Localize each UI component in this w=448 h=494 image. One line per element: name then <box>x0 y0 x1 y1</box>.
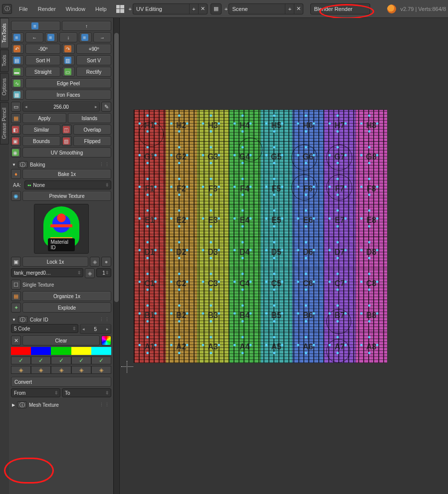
scene-add[interactable]: + <box>224 6 227 12</box>
menu-window[interactable]: Window <box>61 4 90 13</box>
render-engine-selector[interactable]: Blender Render <box>310 3 370 14</box>
size-slider[interactable]: ◂256.00▸ <box>22 102 100 112</box>
organize-ic[interactable]: ▦ <box>11 291 21 301</box>
menu-file[interactable]: File <box>14 4 33 13</box>
scene-add-btn[interactable]: + <box>285 4 294 14</box>
mesh-texture-head[interactable]: ▶ⓘMesh Texture⋮⋮ <box>11 399 111 409</box>
align-btn-2[interactable]: ≡ <box>11 32 24 42</box>
tab-grease-pencil[interactable]: Grease Pencil <box>0 102 9 145</box>
swatch-red[interactable] <box>11 347 31 355</box>
assign-2[interactable]: ✓ <box>31 356 51 364</box>
panel-scrollbar[interactable] <box>114 18 120 494</box>
flipped-ic[interactable]: ▧ <box>62 136 72 146</box>
clear-x-btn[interactable]: ✕ <box>11 335 21 345</box>
similar-ic[interactable]: ◧ <box>11 125 21 135</box>
overlap-ic[interactable]: ◫ <box>62 125 72 135</box>
sort-v-icon[interactable]: ▥ <box>62 55 75 65</box>
uv-smooth-ic[interactable]: ◉ <box>11 148 21 158</box>
color-wheel-btn[interactable] <box>101 335 111 345</box>
layout-grid-icon[interactable] <box>115 3 126 14</box>
align-up[interactable]: ↑ <box>62 21 111 31</box>
convert-to[interactable]: To <box>62 388 111 397</box>
assign-5[interactable]: ✓ <box>91 356 111 364</box>
align-btn-3[interactable]: ≡ <box>45 32 58 42</box>
rotate-neg-icon[interactable]: ↶ <box>11 44 24 54</box>
colorid-section-head[interactable]: ▼ⓘColor ID⋮⋮ <box>11 314 111 324</box>
explode-ic[interactable]: ✦ <box>11 303 21 313</box>
tab-tools[interactable]: Tools <box>0 49 9 72</box>
tab-textools[interactable]: TexTools <box>0 18 9 48</box>
uv-image-editor[interactable]: H1H2H3H4H5H6H7H8G1G2G3G4G5G6G7G8F1F2F3F4… <box>114 18 448 494</box>
iron-faces-ic[interactable]: ▦ <box>11 90 24 100</box>
lock-ic[interactable]: ▣ <box>11 257 21 267</box>
convert-btn[interactable]: Convert <box>11 377 111 387</box>
convert-from[interactable]: From <box>11 388 60 397</box>
swatch-blue[interactable] <box>31 347 51 355</box>
baking-section-head[interactable]: ▼ⓘBaking⋮⋮ <box>11 159 111 169</box>
bounds-ic[interactable]: ▣ <box>11 136 21 146</box>
size-picker-btn[interactable]: ▭ <box>11 102 21 112</box>
rotate-pos-icon[interactable]: ↷ <box>62 44 75 54</box>
menu-render[interactable]: Render <box>33 4 61 13</box>
menu-help[interactable]: Help <box>90 4 112 13</box>
layout-add-btn[interactable]: + <box>189 4 198 14</box>
bake-flame-ic[interactable]: ♦ <box>11 169 21 179</box>
bake-btn[interactable]: Bake 1x <box>22 169 111 179</box>
scene-del-btn[interactable]: ✕ <box>294 4 303 14</box>
sel-1[interactable]: ◈ <box>11 366 31 374</box>
align-left[interactable]: ← <box>25 32 43 42</box>
sort-h-icon[interactable]: ▤ <box>11 55 24 65</box>
preview-eye-ic[interactable]: ◉ <box>11 191 21 201</box>
sel-5[interactable]: ◈ <box>91 366 111 374</box>
uv-smoothing-btn[interactable]: UV Smoothing <box>22 148 111 158</box>
preview-thumbnail[interactable]: Material ID <box>34 204 89 254</box>
straight-btn[interactable]: Straight <box>25 67 60 77</box>
edge-peel-ic[interactable]: ∿ <box>11 78 24 88</box>
edge-peel-btn[interactable]: Edge Peel <box>25 78 111 88</box>
sel-4[interactable]: ◈ <box>71 366 91 374</box>
layout-del-btn[interactable]: ✕ <box>198 4 207 14</box>
swatch-cyan[interactable] <box>91 347 111 355</box>
apply-icon[interactable]: ▦ <box>11 113 21 123</box>
sel-3[interactable]: ◈ <box>51 366 71 374</box>
sort-h-btn[interactable]: Sort H <box>25 55 60 65</box>
single-tex-check[interactable]: ☐ <box>11 280 21 290</box>
tab-options[interactable]: Options <box>0 73 9 101</box>
info-icon[interactable]: ⓘ <box>2 4 12 14</box>
sel-2[interactable]: ◈ <box>31 366 51 374</box>
swatch-yellow[interactable] <box>71 347 91 355</box>
eyedropper-btn[interactable]: ✎ <box>101 102 111 112</box>
align-btn-1[interactable]: ≡ <box>11 21 60 31</box>
aa-select[interactable]: ▪▪None <box>24 180 111 189</box>
assign-4[interactable]: ✓ <box>71 356 91 364</box>
screen-layout-selector[interactable]: UV Editing + ✕ <box>133 3 208 14</box>
sort-v-btn[interactable]: Sort V <box>76 55 111 65</box>
scene-selector[interactable]: Scene + ✕ <box>228 3 303 14</box>
align-down[interactable]: ↓ <box>59 32 77 42</box>
mesh-name-field[interactable]: tank_merged0… <box>11 268 83 277</box>
assign-1[interactable]: ✓ <box>11 356 31 364</box>
layout-add[interactable]: + <box>129 6 132 12</box>
cube-btn-a[interactable]: ◈ <box>90 257 100 267</box>
similar-btn[interactable]: Similar <box>22 125 60 135</box>
sphere-btn-a[interactable]: ● <box>101 257 111 267</box>
assign-3[interactable]: ✓ <box>51 356 71 364</box>
align-right[interactable]: → <box>93 32 111 42</box>
swatch-green[interactable] <box>51 347 71 355</box>
organize-btn[interactable]: Organize 1x <box>22 291 111 301</box>
scrollbar-thumb[interactable] <box>114 33 119 302</box>
flipped-btn[interactable]: Flipped <box>73 136 111 146</box>
rectify-btn[interactable]: Rectify <box>76 67 111 77</box>
rectify-ic[interactable]: ▭ <box>62 67 75 77</box>
iron-faces-btn[interactable]: Iron Faces <box>25 90 111 100</box>
explode-btn[interactable]: Explode <box>22 303 111 313</box>
apply-btn[interactable]: Apply <box>22 113 66 123</box>
uv-grid-canvas[interactable]: H1H2H3H4H5H6H7H8G1G2G3G4G5G6G7G8F1F2F3F4… <box>134 110 387 363</box>
code-field[interactable]: 5 Code <box>11 324 78 333</box>
scene-browse-icon[interactable]: ▦ <box>211 3 222 14</box>
rotate-neg-btn[interactable]: -90º <box>25 44 60 54</box>
straight-ic[interactable]: ▬ <box>11 67 24 77</box>
overlap-btn[interactable]: Overlap <box>73 125 111 135</box>
align-btn-4[interactable]: ≡ <box>79 32 92 42</box>
code-count[interactable]: ◂5▸ <box>80 324 111 334</box>
